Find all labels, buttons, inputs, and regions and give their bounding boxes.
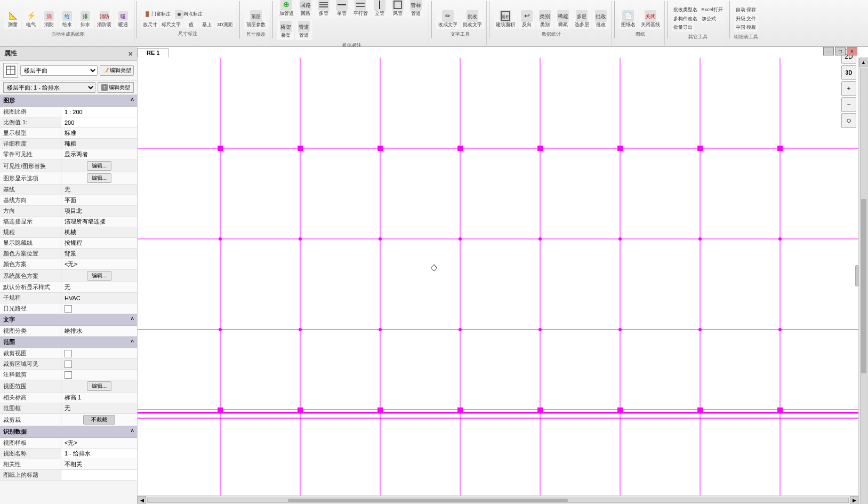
formula-button[interactable]: 加公式 (700, 15, 718, 23)
value-button[interactable]: 值 (183, 21, 198, 29)
prop-value-crop-view[interactable] (61, 348, 137, 358)
section-text[interactable]: 文字 ^ (0, 314, 137, 326)
point-label-button[interactable]: 网点标注 (173, 9, 204, 20)
canvas-content[interactable] (138, 58, 868, 495)
drainage-button[interactable]: 排 排水 (77, 9, 94, 29)
batch-modify-text-button[interactable]: 批改 批改文字 (461, 9, 484, 29)
multi-modify-button[interactable]: 多构件改名 (672, 15, 699, 23)
batch-modify-button[interactable]: 批改 批改 (592, 9, 609, 29)
electrical-button[interactable]: ⚡ 电气 (22, 9, 39, 29)
visibility-graphics-edit-button[interactable]: 编辑... (87, 161, 111, 171)
scroll-left-button[interactable]: ◀ (138, 496, 146, 505)
similar-select-button[interactable]: 类别 类别 (536, 9, 553, 29)
section-graphics-label: 图形 (3, 97, 15, 105)
view-range-edit-button[interactable]: 编辑... (87, 381, 111, 391)
zoom-in-button[interactable]: + (841, 81, 856, 96)
scale-button[interactable]: 放尺寸 (141, 21, 159, 29)
pipe-label2-button[interactable]: 管道 管道 (295, 19, 312, 40)
sys-color-scheme-edit-button[interactable]: 编辑... (87, 271, 111, 281)
parallel-pipe-button[interactable]: 平行管 (351, 0, 370, 18)
collapse-button[interactable]: 稀疏 稀疏 (554, 9, 572, 29)
view-type-select[interactable]: 楼层平面 (20, 65, 98, 76)
upgrade-file-button[interactable]: 升级 文件 (734, 15, 758, 23)
vertical-scrollbar-thumb[interactable] (861, 199, 866, 373)
drawing-name-button[interactable]: 📄 图纸名 (619, 9, 638, 29)
prop-value-scale-value[interactable]: 200 (61, 117, 137, 127)
add-pipe-button[interactable]: ⊕ 加管道 (277, 0, 296, 18)
minimize-button[interactable]: — (823, 47, 834, 55)
pipe-label-button[interactable]: 管标 管道 (407, 0, 424, 18)
svg-rect-122 (617, 146, 623, 151)
scroll-up-button[interactable]: ▲ (859, 58, 869, 67)
multi-layer-button[interactable]: 多层 选多层 (573, 9, 591, 29)
reverse-select-button[interactable]: ↩ 反向 (518, 9, 535, 29)
floor-level-select[interactable]: 楼层平面: 1 - 给排水 (3, 82, 95, 93)
batch-export-button[interactable]: 批量导出 (672, 23, 694, 31)
sidebar-close-button[interactable]: × (128, 50, 133, 58)
canvas-area[interactable]: — □ × RE 1 (138, 47, 868, 504)
close-canvas-button[interactable]: × (847, 47, 857, 55)
sun-path-checkbox[interactable] (65, 305, 72, 313)
floor-area-button[interactable]: 面积 建筑面积 (494, 9, 517, 29)
annotation-crop-checkbox[interactable] (65, 371, 72, 379)
prop-label-related-level: 相关标高 (0, 393, 61, 403)
prop-value-sheet-title[interactable] (61, 470, 137, 480)
svg-point-96 (618, 328, 622, 331)
3d-distance-button[interactable]: 3D测距 (215, 21, 235, 29)
markup-button[interactable]: 基上 (199, 21, 214, 29)
circuit-button[interactable]: 回路 回路 (297, 0, 314, 18)
svg-rect-110 (298, 407, 303, 413)
prop-label-analysis-style: 默认分析显示样式 (0, 282, 61, 292)
vertical-pipe-button[interactable]: 立管 (371, 0, 388, 18)
horizontal-scrollbar-track[interactable] (147, 498, 849, 503)
prop-value-color-scheme: <无> (61, 259, 137, 269)
door-label-button[interactable]: 🚪 门窗标注 (141, 9, 172, 20)
single-pipe-button[interactable]: 单管 (333, 0, 350, 18)
multi-pipe-button[interactable]: 多管 (315, 0, 332, 18)
section-scope[interactable]: 范围 ^ (0, 337, 137, 348)
prop-value-view-scale[interactable]: 1 : 200 (61, 107, 137, 117)
bridge-button[interactable]: 桥架 桥架 (277, 19, 294, 40)
collapse-icon: 稀疏 (557, 10, 569, 22)
canvas-tab-re1[interactable]: RE 1 (138, 48, 168, 58)
measure-button[interactable]: 📐 测量 (4, 9, 21, 29)
crop-cut-button[interactable]: 不裁截 (83, 415, 115, 425)
view-selector: 楼层平面 📝 编辑类型 (0, 61, 137, 81)
prop-value-annotation-crop[interactable] (61, 370, 137, 380)
china-template-button[interactable]: 中国 模板 (734, 23, 758, 31)
duct-button[interactable]: 风管 (389, 0, 406, 18)
horizontal-scrollbar-thumb[interactable] (288, 499, 568, 502)
fire-protection-button[interactable]: 消 消防 (41, 9, 58, 29)
prop-value-sun-path[interactable] (61, 303, 137, 314)
maximize-button[interactable]: □ (835, 47, 846, 55)
water-supply-button[interactable]: 给 给水 (59, 9, 76, 29)
crop-visible-checkbox[interactable] (65, 361, 72, 368)
zoom-out-button[interactable]: − (841, 97, 856, 112)
prop-dependency: 相关性 不相关 (0, 459, 137, 470)
right-edge-grip[interactable] (855, 265, 858, 286)
edit-type-button2[interactable]: T 编辑类型 (98, 82, 134, 93)
excel-open-button[interactable]: Excel打开 (700, 6, 725, 14)
section-graphics[interactable]: 图形 ^ (0, 95, 137, 107)
prop-related-level: 相关标高 标高 1 (0, 393, 137, 403)
fit-view-button[interactable]: ○ (841, 113, 856, 128)
prop-value-view-name[interactable]: 1 - 给排水 (61, 449, 137, 459)
prop-value-crop-visible[interactable] (61, 359, 137, 369)
graphic-display-edit-button[interactable]: 编辑... (87, 173, 111, 183)
crop-view-checkbox[interactable] (65, 350, 72, 357)
close-baseline-button[interactable]: 关闭 关闭基线 (639, 9, 662, 29)
scroll-right-button[interactable]: ▶ (850, 496, 858, 505)
modify-text-icon: ✏ (442, 10, 454, 22)
fire-suppression-button[interactable]: 消防 消防喷 (95, 9, 114, 29)
auto-save-button[interactable]: 自动 保存 (734, 6, 758, 14)
text-scale-button[interactable]: 标尺文字 (160, 21, 182, 29)
view-3d-button[interactable]: 3D (841, 65, 856, 80)
vertical-scrollbar-track[interactable] (860, 68, 867, 504)
hvac-button[interactable]: 暖 暖通 (115, 9, 132, 29)
batch-type-button[interactable]: 批改类型名 (672, 6, 699, 14)
edit-type-button[interactable]: 📝 编辑类型 (100, 65, 134, 76)
modify-text-button[interactable]: ✏ 改成文字 (436, 9, 460, 29)
floor-params-button[interactable]: 顶层 顶层参数 (244, 9, 268, 29)
section-identity[interactable]: 识别数据 ^ (0, 426, 137, 438)
vertical-pipe-icon (374, 0, 385, 11)
